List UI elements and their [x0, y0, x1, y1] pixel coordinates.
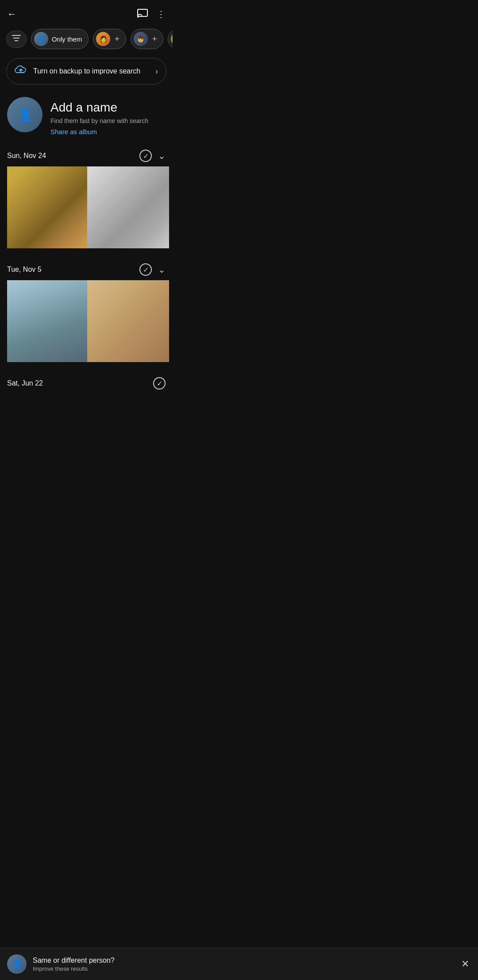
date-label-jun22: Sat, Jun 22	[7, 379, 43, 387]
person-avatar-circle: 👤	[7, 97, 42, 132]
chevron-down-nov5[interactable]: ⌄	[158, 264, 166, 275]
select-all-nov5[interactable]: ✓	[139, 263, 152, 276]
person-chip-main[interactable]: 👤 Only them	[31, 29, 89, 49]
plus-icon-male2: +	[152, 35, 157, 44]
svg-point-1	[137, 16, 139, 18]
person-section: 👤 Add a name Find them fast by name with…	[0, 93, 173, 146]
date-header-nov24: Sun, Nov 24 ✓ ⌄	[7, 146, 166, 166]
avatar-male3: 🧑	[171, 32, 173, 46]
date-section-jun22: Sat, Jun 22 ✓	[0, 374, 173, 429]
filter-icon	[12, 35, 21, 44]
share-album-link[interactable]: Share as album	[50, 128, 148, 135]
date-label-nov5: Tue, Nov 5	[7, 266, 42, 274]
backup-banner-text: Turn on backup to improve search	[33, 67, 149, 75]
chips-row: 👤 Only them 👩 + 👦 + 🧑	[0, 24, 173, 55]
avatar-male2: 👦	[134, 32, 148, 46]
plus-icon-female: +	[115, 35, 120, 44]
photo-grid-nov24	[7, 166, 166, 248]
top-bar-right: ⋮	[137, 8, 166, 20]
cast-icon[interactable]	[137, 8, 149, 20]
photo-thumb-nov5-1[interactable]	[7, 280, 89, 362]
date-actions-nov24: ✓ ⌄	[139, 150, 166, 162]
check-icon-nov24: ✓	[143, 152, 149, 160]
person-chip-male2[interactable]: 👦 +	[131, 29, 164, 49]
chevron-right-icon: ›	[155, 67, 158, 76]
cloud-upload-icon	[15, 65, 27, 78]
chevron-down-nov24[interactable]: ⌄	[158, 150, 166, 161]
person-chip-female[interactable]: 👩 +	[93, 29, 126, 49]
svg-rect-0	[138, 9, 147, 16]
photo-grid-nov5	[7, 280, 166, 362]
top-bar: ← ⋮	[0, 0, 173, 24]
check-icon-nov5: ✓	[143, 266, 149, 274]
back-button[interactable]: ←	[7, 8, 17, 20]
person-name: Add a name	[50, 100, 148, 115]
photo-thumb-nov24-1[interactable]	[7, 166, 89, 248]
avatar-main: 👤	[34, 32, 48, 46]
person-avatar-large: 👤	[7, 97, 42, 132]
date-label-nov24: Sun, Nov 24	[7, 152, 46, 160]
filter-chip[interactable]	[6, 31, 27, 48]
select-all-jun22[interactable]: ✓	[153, 377, 166, 390]
select-all-nov24[interactable]: ✓	[139, 150, 152, 162]
date-header-jun22: Sat, Jun 22 ✓	[7, 374, 166, 394]
backup-banner[interactable]: Turn on backup to improve search ›	[6, 58, 166, 85]
date-header-nov5: Tue, Nov 5 ✓ ⌄	[7, 260, 166, 280]
date-section-nov5: Tue, Nov 5 ✓ ⌄	[0, 260, 173, 367]
top-bar-left: ←	[7, 8, 17, 20]
photo-thumb-nov24-2[interactable]	[87, 166, 169, 248]
avatar-female: 👩	[96, 32, 110, 46]
person-info: Add a name Find them fast by name with s…	[50, 97, 148, 135]
person-chip-male3[interactable]: 🧑	[168, 29, 173, 49]
person-subtitle: Find them fast by name with search	[50, 117, 148, 124]
photo-thumb-nov5-2[interactable]	[87, 280, 169, 362]
check-icon-jun22: ✓	[157, 379, 162, 388]
date-actions-jun22: ✓	[153, 377, 166, 390]
more-options-icon[interactable]: ⋮	[157, 9, 166, 19]
only-them-label: Only them	[52, 35, 82, 43]
date-section-nov24: Sun, Nov 24 ✓ ⌄	[0, 146, 173, 254]
date-actions-nov5: ✓ ⌄	[139, 263, 166, 276]
